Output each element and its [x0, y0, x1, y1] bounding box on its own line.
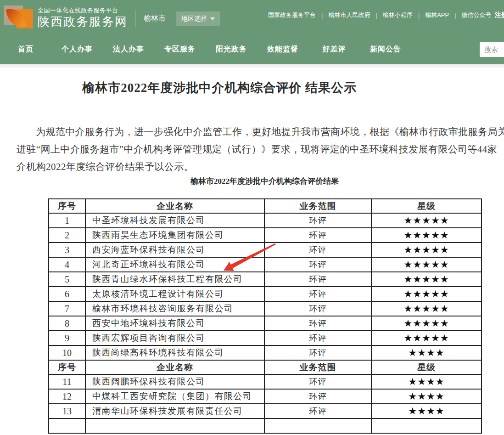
header-divider — [135, 10, 135, 27]
row-no: 12 — [49, 389, 85, 404]
row-stars: ★★★★★ — [371, 243, 482, 257]
row-stars: ★★★★★ — [371, 257, 482, 272]
header-scope: 业务范围 — [264, 199, 371, 213]
row-no: 1 — [49, 213, 85, 228]
site-title: 陕西政务服务网 — [38, 14, 128, 29]
row-name: 渭南华山环保科技发展有限责任公司 — [85, 404, 264, 418]
region-select-button[interactable]: 地区选择 — [176, 11, 220, 26]
site-header: 全国一体化在线政务服务平台 陕西政务服务网 榆林市 地区选择 国家政务服务平台 … — [0, 0, 504, 64]
header-name: 企业名称 — [85, 199, 264, 213]
table-row: 10 陕西尚绿高科环境科技有限公司 环评 ★★★★ — [49, 345, 482, 360]
table-row: 12 中煤科工西安研究院（集团）有限公司 环评 ★★★★ — [49, 389, 482, 404]
header-star: 星级 — [371, 199, 482, 213]
row-stars: ★★★★ — [371, 374, 482, 389]
header-top-bar: 全国一体化在线政务服务平台 陕西政务服务网 榆林市 地区选择 国家政务服务平台 … — [0, 0, 504, 34]
search-input[interactable] — [480, 42, 504, 57]
row-scope: 环评 — [264, 404, 371, 418]
row-no: 10 — [49, 345, 85, 360]
row-scope: 环评 — [264, 287, 371, 301]
header-name: 企业名称 — [85, 360, 264, 374]
table-row-partial — [49, 418, 482, 433]
article-body: 为规范中介服务行为，进一步强化中介监管工作，更好地提升我市营商环境，根据《榆林市… — [0, 123, 504, 175]
row-stars: ★★★★ — [371, 404, 482, 418]
row-stars: ★★★★★ — [371, 272, 482, 287]
row-name: 西安海蓝环保科技有限公司 — [85, 243, 264, 257]
caret-down-icon — [210, 17, 215, 20]
table-row: 3 西安海蓝环保科技有限公司 环评 ★★★★★ — [49, 243, 482, 257]
row-scope: 环评 — [264, 213, 371, 228]
row-scope: 环评 — [264, 331, 371, 345]
row-no: 13 — [49, 404, 85, 418]
row-no: 6 — [49, 287, 85, 301]
row-name: 西安中地环境科技有限公司 — [85, 316, 264, 331]
nav-item-home[interactable]: 首页 — [0, 45, 51, 54]
nav-item-supervision[interactable]: 效能监督 — [257, 45, 308, 54]
site-logo[interactable] — [4, 5, 34, 33]
header-scope: 业务范围 — [264, 360, 371, 374]
row-scope: 环评 — [264, 374, 371, 389]
brand-text[interactable]: 全国一体化在线政务服务平台 陕西政务服务网 — [38, 7, 128, 29]
row-stars: ★★★★ — [371, 389, 482, 404]
table-caption: 榆林市2022年度涉批中介机构综合评价结果 — [48, 176, 481, 186]
row-stars: ★★★★★ — [371, 228, 482, 243]
row-name: 陕西青山绿水环保科技工程有限公司 — [85, 272, 264, 287]
row-scope: 环评 — [264, 345, 371, 360]
nav-item-news[interactable]: 新闻公告 — [360, 45, 411, 54]
row-no: 8 — [49, 316, 85, 331]
register-link[interactable]: 注册 — [495, 11, 504, 19]
header-star: 星级 — [371, 360, 482, 374]
top-link-mini-program[interactable]: 榆林小程序 — [377, 11, 418, 19]
header-no: 序号 — [49, 199, 85, 213]
brand-platform-label: 全国一体化在线政务服务平台 — [38, 7, 128, 14]
row-name: 中圣环境科技发展有限公司 — [85, 213, 264, 228]
nav-item-open-gov[interactable]: 阳光政务 — [206, 45, 257, 54]
row-scope: 环评 — [264, 316, 371, 331]
top-link-app[interactable]: 榆林APP — [420, 11, 454, 19]
paragraph-line: 为规范中介服务行为，进一步强化中介监管工作，更好地提升我市营商环境，根据《榆林市… — [0, 123, 504, 141]
header-bottom-strip — [0, 64, 504, 68]
row-name: 陕西尚绿高科环境科技有限公司 — [85, 345, 264, 360]
paragraph-line: 进驻“网上中介服务超市”中介机构考评管理规定（试行）》要求，现将评定的中圣环境科… — [0, 141, 504, 158]
row-no: 5 — [49, 272, 85, 287]
row-no: 7 — [49, 301, 85, 316]
paragraph-line: 介机构2022年度综合评价结果予以公示。 — [0, 158, 504, 175]
row-no: 9 — [49, 331, 85, 345]
row-stars: ★★★★★ — [371, 301, 482, 316]
table-row: 8 西安中地环境科技有限公司 环评 ★★★★★ — [49, 316, 482, 331]
page-title: 榆林市2022年度涉批中介机构综合评价 结果公示 — [0, 79, 439, 96]
region-select-label: 地区选择 — [181, 15, 207, 23]
row-name: 河北奇正环境科技有限公司 — [85, 257, 264, 272]
row-scope: 环评 — [264, 272, 371, 287]
evaluation-results-table: 序号 企业名称 业务范围 星级 1 中圣环境科技发展有限公司 环评 ★★★★★ … — [48, 198, 482, 434]
row-stars: ★★★★ — [371, 345, 482, 360]
table-header-row: 序号 企业名称 业务范围 星级 — [49, 199, 482, 213]
row-scope: 环评 — [264, 257, 371, 272]
table-row: 11 陕西阔鹏环保科技有限公司 环评 ★★★★ — [49, 374, 482, 389]
table-row: 1 中圣环境科技发展有限公司 环评 ★★★★★ — [49, 213, 482, 228]
table-row: 13 渭南华山环保科技发展有限责任公司 环评 ★★★★ — [49, 404, 482, 418]
row-stars: ★★★★★ — [371, 213, 482, 228]
top-link-wechat[interactable]: 微信公众号 — [456, 11, 497, 19]
row-scope: 环评 — [264, 243, 371, 257]
top-link-city-government[interactable]: 榆林市人民政府 — [323, 11, 375, 19]
row-no: 4 — [49, 257, 85, 272]
nav-item-personal[interactable]: 个人办事 — [51, 45, 103, 54]
current-city-label: 榆林市 — [144, 14, 166, 23]
top-link-national-platform[interactable]: 国家政务服务平台 — [263, 11, 321, 19]
nav-item-rating[interactable]: 好差评 — [308, 45, 360, 54]
row-stars: ★★★★★ — [371, 316, 482, 331]
table-row: 6 太原核清环境工程设计有限公司 环评 ★★★★★ — [49, 287, 482, 301]
row-name: 陕西宏辉项目咨询有限公司 — [85, 331, 264, 345]
top-links: 国家政务服务平台 | 榆林市人民政府 | 榆林小程序 | 榆林APP | 微信公… — [263, 11, 497, 19]
row-no: 3 — [49, 243, 85, 257]
row-no: 11 — [49, 374, 85, 389]
table-header-row: 序号 企业名称 业务范围 星级 — [49, 360, 482, 374]
nav-item-zones[interactable]: 专区服务 — [154, 45, 206, 54]
table-row: 4 河北奇正环境科技有限公司 环评 ★★★★★ — [49, 257, 482, 272]
nav-item-corporate[interactable]: 法人办事 — [103, 45, 154, 54]
main-nav: 首页 个人办事 法人办事 专区服务 阳光政务 效能监督 好差评 新闻公告 — [0, 34, 504, 64]
row-name: 中煤科工西安研究院（集团）有限公司 — [85, 389, 264, 404]
page: { "brand": { "platform": "全国一体化在线政务服务平台"… — [0, 0, 504, 435]
row-name: 陕西阔鹏环保科技有限公司 — [85, 374, 264, 389]
row-scope: 环评 — [264, 228, 371, 243]
